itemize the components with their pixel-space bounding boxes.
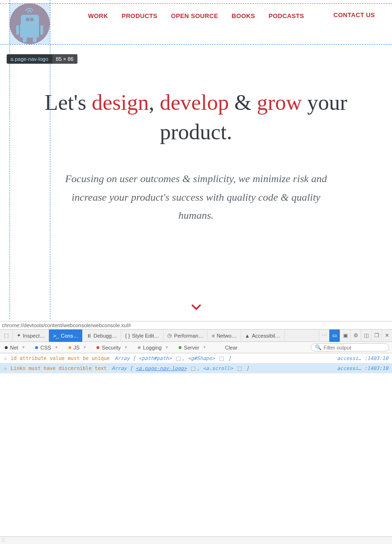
style-icon: { } (125, 333, 130, 339)
scroll-down-button[interactable] (191, 302, 201, 313)
nav-products[interactable]: PRODUCTS (122, 12, 157, 19)
inspector-tooltip: a.page-nav-logo 85 × 86 (7, 54, 77, 64)
debugger-icon: ⏸ (86, 333, 92, 339)
filter-security[interactable]: Security▼ (92, 342, 133, 353)
target-icon[interactable] (238, 367, 242, 371)
hero-highlight: grow (257, 90, 302, 115)
message-array: Array [ <path#path> , <g#Shape> ] (112, 355, 231, 361)
inspector-guide-right (50, 0, 50, 319)
chevron-down-icon: ▼ (203, 345, 207, 350)
chevron-down-icon: ▼ (55, 345, 58, 350)
console-search[interactable]: 🔍 (311, 343, 389, 351)
responsive-mode-button[interactable]: ▣ (340, 330, 350, 342)
tab-inspector[interactable]: ✦Inspect… (13, 330, 49, 342)
filter-js[interactable]: JS▼ (64, 342, 92, 353)
dot-icon (68, 346, 71, 349)
clear-label: Clear (225, 345, 237, 350)
target-icon[interactable] (191, 367, 195, 371)
tab-network[interactable]: ≡Netwo… (208, 330, 241, 342)
filter-css[interactable]: CSS▼ (30, 342, 64, 353)
console-messages: ⚠ id attribute value must be unique Arra… (0, 353, 392, 373)
tab-console[interactable]: >_Cons… (49, 330, 82, 342)
target-icon[interactable] (220, 357, 224, 361)
console-message[interactable]: ⚠ id attribute value must be unique Arra… (0, 353, 392, 363)
hero-text: Let's (45, 90, 92, 115)
filter-label: Server (184, 345, 199, 350)
tab-debugger[interactable]: ⏸Debugg… (83, 330, 122, 342)
target-icon[interactable] (176, 357, 181, 361)
tab-performance[interactable]: ◷Performan… (163, 330, 208, 342)
settings-button[interactable]: ⚙ (350, 330, 361, 342)
hero-section: Let's design, develop & grow your produc… (0, 88, 392, 225)
hero-text: & (229, 90, 257, 115)
console-search-input[interactable] (324, 345, 385, 350)
status-url: chrome://devtools/content/webconsole/web… (0, 321, 392, 330)
gear-icon: ⚙ (354, 332, 358, 339)
nav-contact[interactable]: CONTACT US (334, 11, 375, 19)
console-message[interactable]: ⚠ Links must have discernible text Array… (0, 363, 392, 373)
tab-label: Netwo… (217, 333, 237, 339)
chevron-down-icon: ▼ (165, 345, 169, 350)
close-icon: ✕ (385, 332, 389, 339)
status-bar: :: (0, 536, 392, 544)
close-devtools-button[interactable]: ✕ (382, 330, 392, 342)
tab-label: Inspect… (23, 333, 45, 339)
dot-icon (35, 346, 38, 349)
tab-label: Cons… (61, 333, 78, 339)
search-icon: 🔍 (315, 344, 322, 350)
tab-label: Style Edit… (132, 333, 159, 339)
filter-label: CSS (40, 345, 51, 350)
nav-open-source[interactable]: OPEN SOURCE (171, 12, 218, 19)
nav-books[interactable]: BOOKS (232, 12, 255, 19)
inspector-guide-top-inner (10, 3, 50, 4)
accessibility-icon: ▲ (245, 333, 250, 339)
filter-net[interactable]: Net▼ (0, 342, 30, 353)
filter-logging[interactable]: Logging▼ (133, 342, 174, 353)
devtools-tabbar: ⬚ ✦Inspect… >_Cons… ⏸Debugg… { }Style Ed… (0, 330, 392, 342)
inspector-highlight (10, 3, 50, 44)
console-icon: >_ (53, 333, 59, 339)
iframe-picker-button[interactable]: ▭ (329, 330, 340, 342)
inspector-guide-left (10, 0, 10, 319)
inspector-icon: ✦ (17, 332, 21, 339)
inspector-guide-top (50, 3, 392, 4)
tab-label: Accessibil… (252, 333, 280, 339)
message-array: Array [ <a.page-nav-logo> , <a.scroll> ] (109, 365, 249, 371)
clear-console-button[interactable]: Clear (216, 342, 246, 353)
main-nav: WORK PRODUCTS OPEN SOURCE BOOKS PODCASTS… (0, 11, 392, 20)
nav-work[interactable]: WORK (88, 12, 108, 19)
element-ref[interactable]: <a.scroll> (203, 365, 233, 371)
nav-podcasts[interactable]: PODCASTS (268, 12, 304, 19)
dot-icon (96, 346, 99, 349)
message-location[interactable]: accessi… :1403:10 (337, 355, 388, 361)
filter-server[interactable]: Server▼ (174, 342, 211, 353)
inspector-tooltip-dimensions: 85 × 86 (52, 54, 77, 64)
hero-highlight: design (92, 90, 149, 115)
dock-separate-button[interactable]: ❐ (371, 330, 382, 342)
hero-highlight: develop (160, 90, 229, 115)
element-ref[interactable]: <a.page-nav-logo> (136, 365, 187, 371)
chevron-down-icon: ▼ (83, 345, 86, 350)
dock-side-button[interactable]: ◫ (361, 330, 371, 342)
message-text: id attribute value must be unique (10, 355, 110, 361)
dot-icon (179, 346, 182, 349)
tab-style-editor[interactable]: { }Style Edit… (121, 330, 163, 342)
tab-accessibility[interactable]: ▲Accessibil… (241, 330, 285, 342)
tab-label: Debugg… (94, 333, 117, 339)
devtools-menu-button[interactable]: ⋯ (319, 330, 329, 342)
warning-icon: ⚠ (4, 365, 7, 371)
message-text: Links must have discernible text (10, 365, 106, 371)
inspector-guide-bottom (0, 44, 392, 45)
devtools-right-controls: ⋯ ▭ ▣ ⚙ ◫ ❐ ✕ (319, 330, 392, 342)
performance-icon: ◷ (167, 332, 172, 339)
message-location[interactable]: accessi… :1403:10 (337, 365, 388, 371)
element-picker-button[interactable]: ⬚ (0, 330, 13, 342)
filter-label: JS (74, 345, 80, 350)
chevron-down-icon: ▼ (124, 345, 128, 350)
element-ref[interactable]: <path#path> (139, 355, 172, 361)
element-ref[interactable]: <g#Shape> (188, 355, 215, 361)
filter-label: Logging (143, 345, 162, 350)
tab-label: Performan… (174, 333, 203, 339)
hero-text: , (149, 90, 160, 115)
hero-subtitle: Focusing on user outcomes & simplicity, … (38, 170, 354, 225)
